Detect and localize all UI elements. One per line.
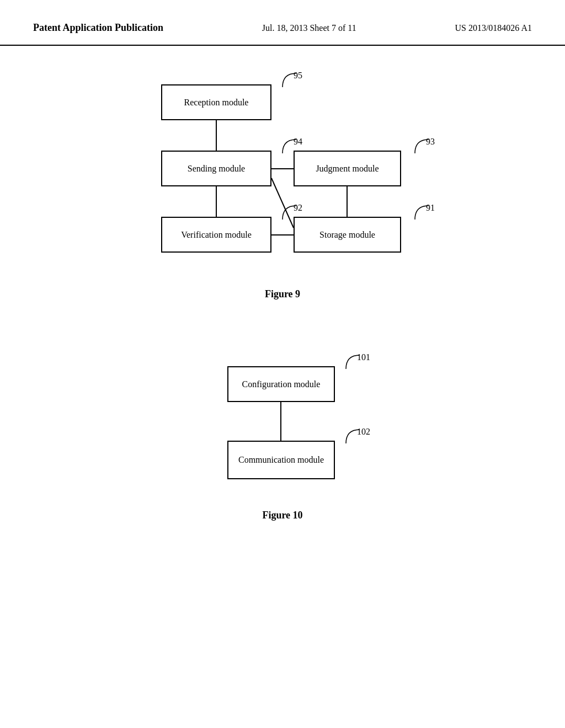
ref-94: 94 — [277, 137, 310, 159]
figure9-container: Reception module Sending module Verifica… — [33, 68, 532, 322]
patent-page: Patent Application Publication Jul. 18, … — [0, 0, 565, 728]
ref-93: 93 — [409, 137, 443, 159]
diagram9: Reception module Sending module Verifica… — [117, 68, 448, 272]
figure9-caption: Figure 9 — [265, 288, 300, 300]
publication-title: Patent Application Publication — [33, 22, 163, 34]
publication-number: US 2013/0184026 A1 — [455, 23, 532, 33]
ref-101: 101 — [340, 352, 376, 374]
sending-module-box: Sending module — [161, 151, 271, 186]
communication-module-box: Communication module — [227, 441, 335, 479]
reception-module-box: Reception module — [161, 84, 271, 120]
main-content: Reception module Sending module Verifica… — [0, 46, 565, 565]
page-header: Patent Application Publication Jul. 18, … — [0, 0, 565, 46]
diagram10: Configuration module Communication modul… — [172, 355, 393, 493]
publication-date-sheet: Jul. 18, 2013 Sheet 7 of 11 — [262, 23, 356, 33]
ref-92: 92 — [277, 203, 310, 225]
figure10-caption: Figure 10 — [262, 510, 302, 521]
figure10-container: Configuration module Communication modul… — [33, 355, 532, 543]
ref-91: 91 — [409, 203, 443, 225]
ref-95: 95 — [277, 71, 310, 93]
configuration-module-box: Configuration module — [227, 366, 335, 402]
ref-102: 102 — [340, 427, 376, 449]
verification-module-box: Verification module — [161, 217, 271, 253]
